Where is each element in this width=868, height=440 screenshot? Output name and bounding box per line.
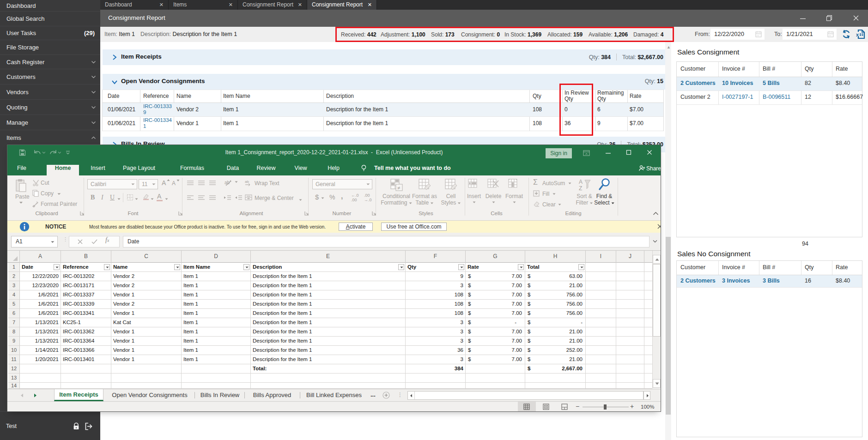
svg-text:x: x: [856, 32, 859, 37]
svg-text:≠: ≠: [397, 185, 400, 191]
svg-text:A: A: [579, 179, 583, 185]
svg-text:Z: Z: [579, 185, 582, 191]
svg-text:ab: ab: [245, 180, 249, 184]
